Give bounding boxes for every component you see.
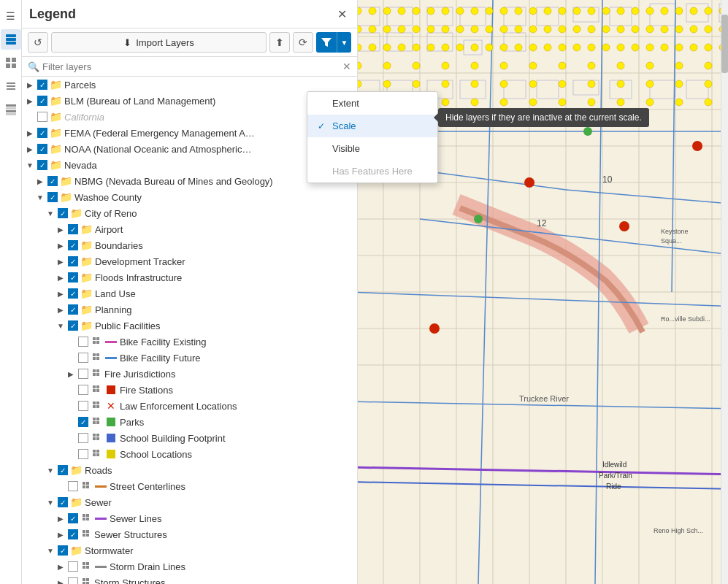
layer-item[interactable]: ▶✓ Sewer Structures (22, 526, 357, 542)
layer-checkbox[interactable]: ✓ (68, 224, 78, 234)
hamburger-icon[interactable]: ☰ (1, 6, 21, 26)
layer-checkbox[interactable]: ✓ (68, 256, 78, 266)
layer-item[interactable]: ▼✓📁Roads (22, 462, 357, 478)
table-icon[interactable] (1, 99, 21, 120)
expand-icon[interactable]: ▼ (45, 545, 55, 556)
expand-icon[interactable]: ▶ (55, 256, 66, 266)
filter-button[interactable] (316, 32, 337, 53)
layer-item[interactable]: ▶✓📁Planning (22, 301, 357, 318)
map-scrollbar[interactable] (721, 0, 728, 584)
layer-checkbox[interactable] (78, 449, 88, 459)
filter-extent[interactable]: Extent (307, 92, 437, 115)
expand-icon[interactable]: ▶ (55, 304, 66, 315)
layer-checkbox[interactable]: ✓ (68, 320, 78, 331)
expand-icon[interactable] (66, 401, 76, 411)
layer-checkbox[interactable]: ✓ (58, 465, 68, 475)
expand-icon[interactable]: ▶ (55, 272, 66, 283)
expand-icon[interactable]: ▼ (35, 192, 45, 202)
expand-icon[interactable] (55, 481, 66, 491)
layer-checkbox[interactable]: ✓ (58, 208, 68, 218)
filter-dropdown-button[interactable]: ▼ (337, 32, 351, 53)
layer-checkbox[interactable]: ✓ (68, 240, 78, 250)
layer-checkbox[interactable]: ✓ (37, 80, 47, 90)
layer-checkbox[interactable]: ✓ (68, 529, 78, 539)
search-clear-button[interactable]: ✕ (342, 61, 351, 72)
analysis-icon[interactable] (1, 76, 21, 96)
expand-icon[interactable]: ▼ (45, 465, 55, 475)
refresh-button[interactable]: ↺ (28, 32, 48, 53)
layer-checkbox[interactable]: ✓ (68, 288, 78, 299)
layer-item[interactable]: ▼✓📁Sewer (22, 494, 357, 510)
layer-checkbox[interactable] (37, 112, 47, 122)
layer-item[interactable]: ▶✓📁Airport (22, 221, 357, 237)
layer-item[interactable]: ▼✓📁Public Facilities (22, 318, 357, 334)
layer-item[interactable]: School Building Footprint (22, 430, 357, 446)
layer-item[interactable]: ▶ Storm Structures (22, 575, 357, 584)
layer-checkbox[interactable]: ✓ (37, 96, 47, 106)
layer-checkbox[interactable]: ✓ (58, 497, 68, 507)
layer-item[interactable]: ▶ Storm Drain Lines (22, 558, 357, 575)
layer-item[interactable]: ▶✓📁Development Tracker (22, 253, 357, 269)
sync-button[interactable]: ⟳ (293, 32, 313, 53)
layer-checkbox[interactable] (78, 337, 88, 347)
layer-item[interactable]: ▶✓📁Boundaries (22, 237, 357, 253)
layer-checkbox[interactable]: ✓ (37, 144, 47, 154)
close-button[interactable]: ✕ (334, 6, 350, 22)
layer-item[interactable]: ✕Law Enforcement Locations (22, 398, 357, 414)
expand-icon[interactable] (66, 353, 76, 363)
layer-checkbox[interactable] (78, 369, 88, 379)
expand-icon[interactable]: ▼ (25, 160, 35, 170)
expand-icon[interactable]: ▶ (55, 561, 66, 572)
layer-item[interactable]: Bike Facility Future (22, 350, 357, 366)
basemap-icon[interactable] (1, 53, 21, 73)
layer-checkbox[interactable] (78, 401, 88, 411)
layer-item[interactable]: ▼✓📁Washoe County (22, 189, 357, 205)
layer-checkbox[interactable] (68, 577, 78, 584)
layer-item[interactable]: ▶✓ Sewer Lines (22, 510, 357, 526)
expand-icon[interactable]: ▶ (55, 288, 66, 299)
expand-icon[interactable] (25, 112, 35, 122)
upload-button[interactable]: ⬆ (269, 32, 290, 53)
expand-icon[interactable]: ▼ (45, 208, 55, 218)
expand-icon[interactable]: ▶ (25, 80, 35, 90)
layer-item[interactable]: ▶✓📁Land Use (22, 285, 357, 301)
layer-checkbox[interactable]: ✓ (47, 176, 58, 186)
expand-icon[interactable]: ▼ (45, 497, 55, 507)
expand-icon[interactable]: ▶ (25, 128, 35, 138)
scrollbar-thumb[interactable] (721, 15, 728, 73)
map-area[interactable]: Truckee River Idlewild Park/Train Ride K… (358, 0, 728, 584)
layer-checkbox[interactable]: ✓ (37, 160, 47, 170)
layer-checkbox[interactable]: ✓ (58, 545, 68, 556)
expand-icon[interactable]: ▼ (55, 320, 66, 331)
layer-checkbox[interactable] (68, 561, 78, 572)
expand-icon[interactable]: ▶ (55, 240, 66, 250)
search-input[interactable] (42, 61, 340, 72)
layer-item[interactable]: ▼✓📁City of Reno (22, 205, 357, 221)
filter-scale[interactable]: ✓ Scale (307, 115, 437, 137)
import-layers-button[interactable]: ⬇ Import Layers (51, 32, 267, 53)
expand-icon[interactable]: ▶ (66, 369, 76, 379)
layer-item[interactable]: ✓ Parks (22, 414, 357, 430)
layer-checkbox[interactable]: ✓ (68, 513, 78, 523)
layer-checkbox[interactable]: ✓ (78, 417, 88, 427)
expand-icon[interactable]: ▶ (25, 144, 35, 154)
layer-item[interactable]: ▶✓📁Parcels (22, 77, 357, 93)
layer-checkbox[interactable]: ✓ (68, 272, 78, 283)
expand-icon[interactable] (66, 433, 76, 443)
expand-icon[interactable]: ▶ (55, 224, 66, 234)
filter-visible[interactable]: Visible (307, 137, 437, 160)
expand-icon[interactable] (66, 417, 76, 427)
layer-checkbox[interactable] (68, 481, 78, 491)
expand-icon[interactable]: ▶ (55, 529, 66, 539)
layer-checkbox[interactable]: ✓ (37, 128, 47, 138)
layer-item[interactable]: ▶✓📁Floods Infrastructure (22, 269, 357, 285)
layer-checkbox[interactable]: ✓ (68, 304, 78, 315)
expand-icon[interactable]: ▶ (25, 96, 35, 106)
layer-item[interactable]: School Locations (22, 446, 357, 462)
layer-checkbox[interactable] (78, 433, 88, 443)
expand-icon[interactable]: ▶ (55, 513, 66, 523)
layer-item[interactable]: ▶ Fire Jurisdictions (22, 366, 357, 382)
expand-icon[interactable] (66, 385, 76, 395)
expand-icon[interactable] (66, 449, 76, 459)
layer-checkbox[interactable]: ✓ (47, 192, 58, 202)
